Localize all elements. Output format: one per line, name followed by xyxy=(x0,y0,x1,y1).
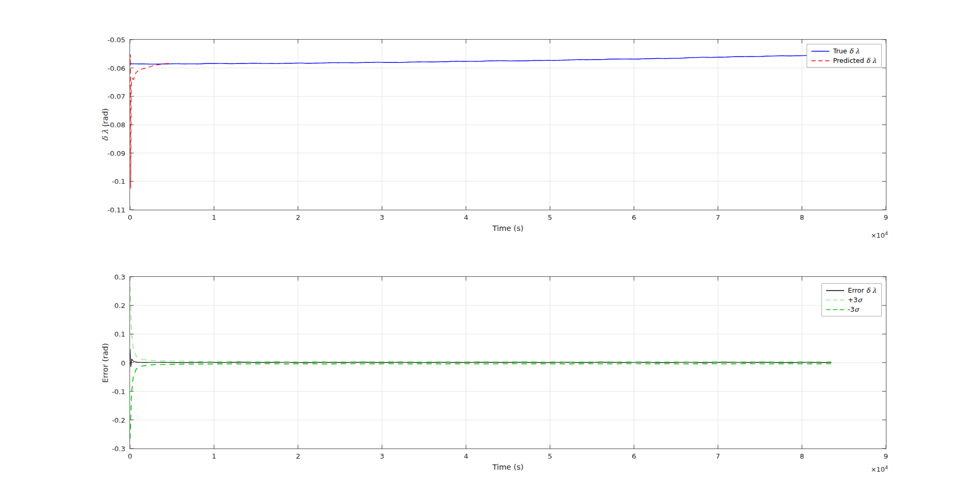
legend-entry: True δ λ xyxy=(811,46,876,55)
x-tick-label: 6 xyxy=(632,453,636,460)
error-plot-legend: Error δ λ+3σ-3σ xyxy=(821,283,882,316)
top-plot-axes: δ λ (rad) Time (s) ×104 0123456789-0.05-… xyxy=(130,39,886,210)
x-tick-label: 3 xyxy=(380,214,384,221)
x-tick-label: 0 xyxy=(128,453,132,460)
figure-canvas: δ λ (rad) Time (s) ×104 0123456789-0.05-… xyxy=(0,0,980,504)
exponent-base: ×10 xyxy=(871,465,885,473)
x-tick-label: 5 xyxy=(548,214,552,221)
y-tick-label: -0.07 xyxy=(107,93,125,100)
x-tick-label: 9 xyxy=(884,453,888,460)
legend-label: Predicted δ λ xyxy=(833,57,876,64)
x-tick-label: 2 xyxy=(296,214,300,221)
y-tick-label: -0.08 xyxy=(107,122,125,128)
delta-lambda-plot-canvas xyxy=(130,40,886,210)
y-tick-label: -0.06 xyxy=(107,64,125,71)
legend-line-sample xyxy=(826,306,845,313)
delta-lambda-plot-legend: True δ λPredicted δ λ xyxy=(807,44,882,68)
y-tick-label: 0.1 xyxy=(114,331,125,338)
exponent-power: 4 xyxy=(885,464,888,470)
x-tick-label: 1 xyxy=(212,453,216,460)
y-tick-label: -0.3 xyxy=(112,445,125,452)
y-tick-label: -0.1 xyxy=(112,388,125,395)
y-tick-label: -0.2 xyxy=(112,416,125,423)
y-tick-label: -0.09 xyxy=(107,150,125,156)
x-tick-label: 7 xyxy=(716,453,720,460)
y-tick-label: 0.2 xyxy=(114,302,125,309)
exponent-power: 4 xyxy=(885,230,888,236)
x-tick-label: 0 xyxy=(128,214,132,221)
legend-label: True δ λ xyxy=(833,47,859,55)
top-x-axis-exponent: ×104 xyxy=(871,230,888,239)
series--3σ xyxy=(130,363,831,438)
x-tick-label: 2 xyxy=(296,453,300,460)
y-tick-label: -0.1 xyxy=(112,178,125,185)
legend-line-sample xyxy=(811,58,830,64)
bottom-x-axis-exponent: ×104 xyxy=(871,464,888,473)
legend-line-sample xyxy=(826,297,845,303)
x-tick-label: 4 xyxy=(464,453,468,460)
x-tick-label: 1 xyxy=(212,214,216,221)
x-tick-label: 6 xyxy=(632,214,636,221)
bottom-plot-axes: Error (rad) Time (s) ×104 01234567890.30… xyxy=(130,276,886,449)
legend-entry: Error δ λ xyxy=(826,286,876,295)
legend-entry: +3σ xyxy=(826,295,876,304)
x-tick-label: 5 xyxy=(548,453,552,460)
exponent-base: ×10 xyxy=(871,231,885,239)
legend-label: +3σ xyxy=(848,296,862,304)
top-x-axis-label: Time (s) xyxy=(493,224,524,232)
bottom-x-axis-label: Time (s) xyxy=(493,463,524,471)
legend-line-sample xyxy=(826,287,845,294)
y-tick-label: 0.3 xyxy=(114,274,125,281)
error-plot-canvas xyxy=(130,277,886,449)
series-+3σ xyxy=(130,286,831,361)
x-tick-label: 3 xyxy=(380,453,384,460)
legend-entry: -3σ xyxy=(826,305,876,314)
legend-line-sample xyxy=(811,48,830,54)
x-tick-label: 9 xyxy=(884,214,888,221)
x-tick-label: 7 xyxy=(716,214,720,221)
x-tick-label: 8 xyxy=(800,214,804,221)
legend-label: -3σ xyxy=(848,305,859,313)
series-predicted-δ-λ xyxy=(130,54,172,189)
legend-entry: Predicted δ λ xyxy=(811,56,876,65)
series-true-δ-λ xyxy=(130,55,831,64)
y-tick-label: -0.11 xyxy=(107,207,125,213)
x-tick-label: 8 xyxy=(800,453,804,460)
y-tick-label: 0 xyxy=(121,359,125,366)
legend-label: Error δ λ xyxy=(848,286,876,294)
x-tick-label: 4 xyxy=(464,214,468,221)
bottom-y-axis-label: Error (rad) xyxy=(101,343,109,382)
y-tick-label: -0.05 xyxy=(107,36,125,43)
